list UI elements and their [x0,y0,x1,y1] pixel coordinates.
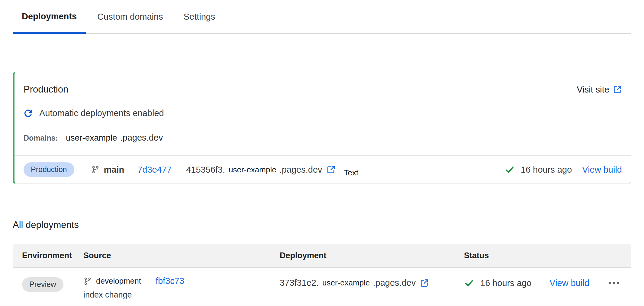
production-deployment-row: Production main 7d3e477 415356f3. user-e… [14,155,631,184]
tab-custom-domains[interactable]: Custom domains [88,9,172,33]
deployments-table: Environment Source Deployment Status Pre… [13,244,631,306]
deployment-url: 373f31e2. user-example .pages.dev [280,278,464,288]
deployment-url-suffix: .pages.dev [373,278,416,288]
tab-deployments[interactable]: Deployments [13,9,86,34]
commit-link[interactable]: 7d3e477 [137,165,172,175]
branch-name: main [104,165,124,175]
check-icon [464,278,474,288]
environment-badge: Production [24,162,74,177]
deployment-time: 16 hours ago [480,278,531,288]
deployment-status: 16 hours ago [504,164,572,175]
view-build-link[interactable]: View build [582,165,622,175]
deployment-url: 415356f3. user-example .pages.dev [186,165,335,175]
deployment-time: 16 hours ago [521,165,572,175]
git-branch-icon [91,165,100,174]
table-header-row: Environment Source Deployment Status [13,244,631,268]
deployment-url-name: user-example [229,165,276,174]
deployment-url-hash: 373f31e2. [280,278,319,288]
auto-deployments-text: Automatic deployments enabled [39,108,164,118]
domain-name: user-example [66,133,117,143]
deployment-url-name: user-example [322,278,370,288]
column-header-deployment: Deployment [280,251,464,260]
external-link-icon[interactable] [420,278,429,288]
domain-suffix: .pages.dev [120,133,163,143]
deployment-url-suffix: .pages.dev [279,165,322,175]
visit-site-link[interactable]: Visit site [577,85,622,95]
tab-settings[interactable]: Settings [175,9,224,33]
production-card-title: Production [24,84,68,95]
row-menu-kebab-icon[interactable] [607,278,620,288]
check-icon [504,164,515,175]
commit-link[interactable]: fbf3c73 [156,276,184,286]
commit-message: index change [83,290,280,300]
deployment-url-hash: 415356f3. [186,165,225,175]
refresh-icon [24,109,33,118]
tab-bar: Deployments Custom domains Settings [13,0,631,34]
branch-name: development [96,276,141,286]
domains-label: Domains: [24,134,58,142]
external-link-icon [613,85,622,94]
note-text: Text [344,168,359,177]
column-header-status: Status [464,251,622,260]
all-deployments-heading: All deployments [13,220,644,230]
external-link-icon[interactable] [327,165,336,174]
git-branch-icon [83,277,92,285]
deployment-status: 16 hours ago [464,278,531,288]
visit-site-label: Visit site [577,85,609,95]
column-header-environment: Environment [22,251,83,260]
environment-badge: Preview [22,277,63,292]
column-header-source: Source [83,251,280,260]
table-row: Preview development fbf3c73 index change [13,268,631,306]
production-card: Production Visit site Automa [13,72,631,184]
view-build-link[interactable]: View build [549,278,589,288]
